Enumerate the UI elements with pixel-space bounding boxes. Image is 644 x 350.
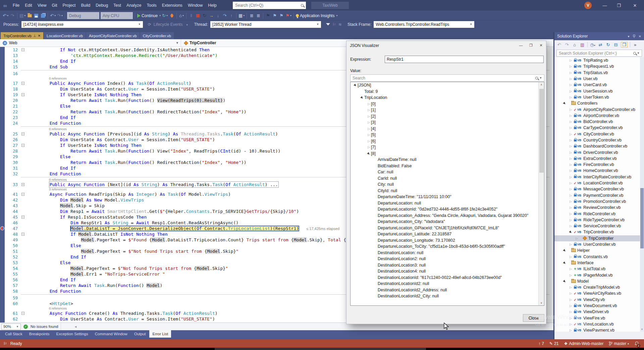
solution-item-RideController.vb[interactable]: ▷VBRideController.vb <box>554 211 644 217</box>
json-tree-row[interactable]: DepartureLocationId: "0d2ed732-4446-4d55… <box>351 206 544 213</box>
json-tree-row[interactable]: DepartureLocation_Address: "Genda Circle… <box>351 213 544 219</box>
project-dropdown[interactable]: ⊕Web ▼ <box>0 39 181 47</box>
forward-icon[interactable]: ↷ <box>564 42 570 47</box>
panel-tab-Output[interactable]: Output <box>131 330 149 338</box>
solution-item-InterCityRateController.vb[interactable]: ▷VBInterCityRateController.vb <box>554 174 644 180</box>
pin-icon[interactable] <box>633 35 636 38</box>
solution-item-CityController.vb[interactable]: ▷✓VBCityController.vb <box>554 131 644 137</box>
notifications-button[interactable]: 2 <box>634 341 639 346</box>
json-tree-row[interactable]: CityId: null <box>351 188 544 194</box>
solution-item-ViewDriver.vb[interactable]: ▷VBViewDriver.vb <box>554 309 644 315</box>
solution-item-ExtraController.vb[interactable]: ▷VBExtraController.vb <box>554 156 644 162</box>
json-tree-row[interactable]: DepartureLocation_Latitude: 22.318587 <box>351 231 544 237</box>
search-input[interactable]: Search (Ctrl+Q) <box>233 2 306 9</box>
next-bookmark-icon[interactable]: ⚑ <box>278 12 285 19</box>
scroll-left-icon[interactable]: ◂ <box>74 324 76 329</box>
json-tree-row[interactable]: DepartureLocation: null <box>351 200 544 207</box>
pending-edits-button[interactable]: ✎21 <box>549 341 558 346</box>
solution-item-PromotionController.vb[interactable]: ▷VBPromotionController.vb <box>554 198 644 205</box>
json-tree-row[interactable]: DepartureLocation_ToCity: "cf5d1a1e-1bc8… <box>351 243 544 250</box>
outgoing-commits-button[interactable]: ↑7 <box>538 341 544 346</box>
menu-debug[interactable]: Debug <box>93 2 111 9</box>
json-tree-row[interactable]: DestinationLocation2: null <box>351 256 544 262</box>
menu-tools[interactable]: Tools <box>144 2 159 9</box>
solution-item-Model[interactable]: ▶Model <box>554 278 644 284</box>
solution-item-CreateTripModel.vb[interactable]: ▷VBCreateTripModel.vb <box>554 284 644 290</box>
continue-icon[interactable]: Continue▾ <box>137 12 161 19</box>
json-tree-row[interactable]: ▶TripLocation <box>351 95 544 101</box>
menu-edit[interactable]: Edit <box>22 2 35 9</box>
solution-item-LocationController.vb[interactable]: ▷✓VBLocationController.vb <box>554 180 644 186</box>
preview-selected-items-icon[interactable]: ❐ <box>621 42 628 48</box>
open-file-icon[interactable] <box>26 12 33 19</box>
close-tab-icon[interactable]: ✕ <box>38 34 41 38</box>
menu-project[interactable]: Project <box>60 2 78 9</box>
solution-item-DashboardController.vb[interactable]: ▷VBDashboardController.vb <box>554 143 644 149</box>
json-tree-row[interactable]: Total: 9 <box>351 89 544 95</box>
tab-LocationController.vb[interactable]: LocationController.vb <box>44 32 86 39</box>
scroll-down-icon[interactable]: ∨ <box>539 301 544 304</box>
tab-AirportCityRateController.vb[interactable]: AirportCityRateController.vb <box>86 32 140 39</box>
menu-test[interactable]: Test <box>111 2 124 9</box>
solution-item-ServiceController.vb[interactable]: ▷VBServiceController.vb <box>554 223 644 229</box>
json-tree-row[interactable]: DepartureDateTime: "11/11/2011 10:00" <box>351 194 544 200</box>
new-file-icon[interactable]: ▤▾ <box>19 12 26 19</box>
solution-item-Helper[interactable]: ▶Helper <box>554 247 644 253</box>
json-tree-row[interactable]: DepartureLocation_City: "Vadodara" <box>351 219 544 225</box>
redo-icon[interactable]: ↷▾ <box>56 12 63 19</box>
close-icon[interactable]: ✕ <box>639 35 641 38</box>
scrollbar-thumb[interactable] <box>539 89 544 173</box>
step-out-icon[interactable]: ↑ <box>228 12 235 19</box>
solution-item-MessageController.vb[interactable]: ▷VBMessageController.vb <box>554 186 644 192</box>
chevron-down-icon[interactable]: ▾ <box>628 35 630 38</box>
save-dump-icon[interactable]: ≣ <box>248 12 255 19</box>
menu-window[interactable]: Window <box>185 2 205 9</box>
json-tree-row[interactable]: DestinationLocation4: null <box>351 268 544 275</box>
solution-item-IListTotal.vb[interactable]: ▷+VBIListTotal.vb <box>554 266 644 272</box>
prev-bookmark-icon[interactable]: ⚑ <box>271 12 278 19</box>
json-tree-row[interactable]: BidEnabled: False <box>351 163 544 169</box>
stack-frame-dropdown[interactable]: Web.Controllers.TripController.ReadTrips… <box>374 21 474 28</box>
json-tree-row[interactable]: ▷[0] <box>351 101 544 107</box>
scrollbar-thumb[interactable] <box>640 188 644 248</box>
toggle-bookmark-icon[interactable]: ⚑ <box>265 12 271 19</box>
solution-item-BidController.vb[interactable]: ▷VBBidController.vb <box>554 119 644 125</box>
restart-debugging-icon[interactable]: ↻ <box>201 12 208 19</box>
panel-tab-Call Stack[interactable]: Call Stack <box>2 330 25 338</box>
scroll-up-icon[interactable]: ∧ <box>539 82 544 86</box>
solution-item-RideTypeController.vb[interactable]: ▷VBRideTypeController.vb <box>554 217 644 223</box>
dialog-close-icon[interactable]: ✕ <box>536 41 546 50</box>
restart-icon[interactable]: ↻▾ <box>161 12 168 19</box>
filter-threads-icon[interactable] <box>326 23 330 25</box>
solution-item-PaymentController.vb[interactable]: ▷VBPaymentController.vb <box>554 192 644 198</box>
back-icon[interactable]: ↶ <box>556 42 562 47</box>
json-tree-row[interactable]: ▷[7] <box>351 144 544 151</box>
expression-input[interactable]: RespStr1 <box>385 56 544 63</box>
undo-icon[interactable]: ↶▾ <box>49 12 56 19</box>
nav-forward-icon[interactable]: ↷ <box>9 12 16 19</box>
avatar[interactable]: V <box>584 2 592 9</box>
solution-item-TripController[interactable]: ▷TripController <box>554 235 644 241</box>
scroll-down-icon[interactable]: ▼ <box>640 328 644 331</box>
json-tree-row[interactable]: ArrivalDateTime: null <box>351 157 544 163</box>
solution-item-IPagerModel.vb[interactable]: ▷+VBIPagerModel.vb <box>554 272 644 278</box>
home-icon[interactable]: ⌂ <box>572 42 577 47</box>
solution-item-ViewPayment.vb[interactable]: ▷VBViewPayment.vb <box>554 327 644 332</box>
solution-item-UserCard.vb[interactable]: ▷VBUserCard.vb <box>554 82 644 88</box>
solution-item-UserSession.vb[interactable]: ▷VBUserSession.vb <box>554 88 644 94</box>
solution-item-ViewAirCityRates.vb[interactable]: ▷✓VBViewAirCityRates.vb <box>554 290 644 296</box>
apply-code-changes-icon[interactable] <box>168 12 175 19</box>
application-insights-icon[interactable]: Application Insights▾ <box>295 12 338 19</box>
solution-item-HomeController.vb[interactable]: ▷VBHomeController.vb <box>554 168 644 174</box>
dialog-minimize-button[interactable]: — <box>516 41 526 50</box>
json-tree-row[interactable]: ▷[1] <box>351 107 544 113</box>
menu-file[interactable]: File <box>10 2 22 9</box>
solution-item-TripRating.vb[interactable]: ▷VBTripRating.vb <box>554 57 644 63</box>
json-tree-row[interactable]: DestinationLocation: null <box>351 250 544 256</box>
solution-item-AirportController.vb[interactable]: ▷VBAirportController.vb <box>554 113 644 119</box>
flag-threads-icon[interactable]: ⚐ <box>332 22 336 27</box>
solution-item-DriverController.vb[interactable]: ▷VBDriverController.vb <box>554 149 644 155</box>
solution-item-TripController.vb[interactable]: ▶✓VBTripController.vb <box>554 229 644 235</box>
refresh-icon[interactable]: ↻ <box>605 42 611 47</box>
browser-link-icon[interactable]: ⌂▾ <box>178 12 185 19</box>
